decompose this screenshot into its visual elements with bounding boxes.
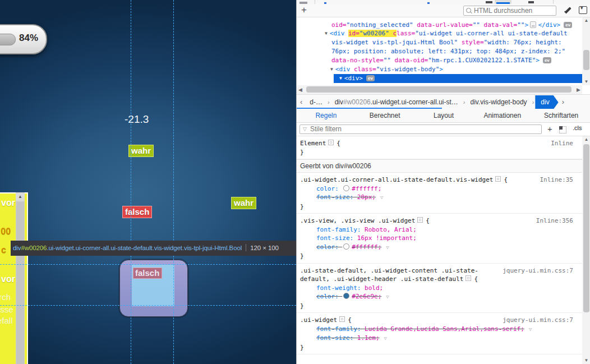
breadcrumb-forward-icon[interactable]: ›: [559, 95, 568, 109]
code-token: data-oid=: [395, 57, 428, 64]
code-token: >: [536, 57, 540, 64]
breadcrumb-item-active[interactable]: div: [535, 95, 558, 109]
filter-funnel-icon: ▽: [303, 126, 307, 132]
scroll-down-icon[interactable]: ▼: [582, 79, 590, 85]
overridden-filter-icon[interactable]: ▽: [386, 293, 389, 302]
search-input[interactable]: HTML durchsuchen: [463, 6, 556, 16]
selected-widget[interactable]: falsch: [119, 260, 188, 317]
code-token: style=: [462, 39, 484, 46]
scroll-down-icon[interactable]: ▼: [582, 357, 590, 364]
code-token: vis-widget vis-tpl-jqui-Html Bool": [331, 39, 458, 46]
css-declaration[interactable]: font-weight: bold;: [300, 284, 582, 293]
color-swatch[interactable]: [343, 243, 349, 250]
css-declaration[interactable]: font-size: 1.1em;▽: [300, 334, 582, 343]
rules-vscroll-thumb[interactable]: [583, 144, 589, 312]
markup-line[interactable]: 76px; position: absolute; left: 431px; t…: [297, 47, 582, 56]
scroll-left-icon[interactable]: ◀: [297, 85, 304, 94]
rules-vertical-scrollbar[interactable]: ▲ ▼: [582, 136, 590, 364]
color-swatch[interactable]: [343, 185, 349, 191]
overridden-filter-icon[interactable]: ▽: [380, 193, 383, 202]
breadcrumb-item[interactable]: d-…: [306, 95, 326, 109]
selector-target-icon[interactable]: [417, 217, 423, 223]
rule-source-link[interactable]: jquery-ui.min.css:7: [503, 316, 573, 325]
overridden-filter-icon[interactable]: ▽: [386, 243, 389, 252]
infobar-id: #w00206: [21, 245, 47, 251]
selector-target-icon[interactable]: [328, 140, 334, 145]
sidebar-scroll-thumb[interactable]: [16, 202, 24, 364]
code-token: data-no-style=: [331, 57, 384, 64]
color-swatch[interactable]: [343, 293, 349, 299]
css-rule[interactable]: Element{Inline}: [297, 136, 582, 159]
code-token: [458, 39, 462, 46]
tab-regeln[interactable]: Regeln: [297, 109, 356, 122]
selector-target-icon[interactable]: [339, 316, 345, 322]
code-token: oid=: [331, 21, 347, 29]
scroll-up-icon[interactable]: ▲: [582, 17, 590, 24]
rule-selector[interactable]: .ui-widget.ui-corner-all.ui-state-defaul…: [300, 176, 582, 185]
breadcrumb-item[interactable]: div.vis-widget-body: [466, 95, 531, 109]
markup-view[interactable]: …="…" …="…" …="…" …="…"oid="nothing_sele…: [297, 17, 582, 85]
rules-view[interactable]: Element{Inline}Geerbt von div#w00206.ui-…: [297, 136, 582, 364]
scroll-up-icon[interactable]: ▲: [582, 136, 590, 143]
add-node-button[interactable]: +: [301, 4, 307, 16]
overridden-filter-icon[interactable]: ▽: [529, 325, 532, 334]
markup-line-selected[interactable]: ▼<div>ev: [334, 74, 582, 83]
code-token: "…": [384, 17, 399, 19]
rule-selector[interactable]: .ui-widget{jquery-ui.min.css:7: [300, 316, 582, 325]
markup-vertical-scrollbar[interactable]: ▲ ▼: [582, 17, 590, 85]
toolbox-icon-sliver-1[interactable]: [486, 1, 492, 3]
scroll-up-icon[interactable]: ▲: [16, 192, 25, 201]
class-toggle-button[interactable]: .cls: [573, 125, 582, 131]
css-declaration[interactable]: color: #ffffff;: [300, 185, 582, 193]
rule-source-link[interactable]: Inline: [551, 139, 573, 148]
tab-schriftarten[interactable]: Schriftarten: [532, 109, 590, 122]
bool-badge-wahr-2[interactable]: wahr: [231, 197, 256, 209]
eyedropper-icon[interactable]: [564, 6, 573, 15]
markup-horizontal-scrollbar[interactable]: ◀ ▶: [297, 85, 582, 94]
breadcrumb-item[interactable]: div#w00206.ui-widget.ui-corner-all.ui-st…: [331, 95, 462, 109]
css-rule[interactable]: .ui-widget{jquery-ui.min.css:7font-famil…: [297, 313, 582, 354]
slider-handle[interactable]: [0, 34, 16, 45]
toolbox-icon-sliver-2[interactable]: [528, 1, 534, 3]
markup-line[interactable]: vis-widget vis-tpl-jqui-Html Bool" style…: [297, 38, 582, 47]
css-declaration[interactable]: font-family: Roboto, Arial;: [300, 225, 582, 234]
css-declaration[interactable]: font-size: 16px !important;: [300, 234, 582, 243]
rule-selector[interactable]: default, .ui-widget-header .ui-state-def…: [300, 275, 582, 284]
rule-source-link[interactable]: Inline:356: [536, 216, 573, 225]
css-rule[interactable]: .ui-widget.ui-corner-all.ui-state-defaul…: [297, 173, 582, 214]
rule-selector[interactable]: Element{Inline: [300, 139, 582, 148]
rule-selector[interactable]: .vis-view, .vis-view .ui-widget{Inline:3…: [300, 216, 582, 225]
browser-viewport: 84% -21.3 wahr falsch wahr falsch ▲ vor …: [0, 0, 296, 364]
css-declaration[interactable]: font-size: 20px;▽: [300, 193, 582, 202]
rule-source-link[interactable]: Inline:35: [540, 176, 573, 185]
css-declaration[interactable]: font-family: Lucida Grande,Lucida Sans,A…: [300, 325, 582, 334]
tab-layout[interactable]: Layout: [414, 109, 473, 122]
breadcrumb-back-icon[interactable]: ‹: [297, 95, 306, 109]
css-rule[interactable]: .ui-state-default, .ui-widget-content .u…: [297, 264, 582, 314]
tab-berechnet[interactable]: Berechnet: [356, 109, 414, 122]
css-rule[interactable]: .vis-view, .vis-view .ui-widget{Inline:3…: [297, 214, 582, 264]
rule-selector[interactable]: .ui-state-default, .ui-widget-content .u…: [300, 266, 582, 275]
markup-line[interactable]: data-no-style="" data-oid="hm-rpc.1.CUX0…: [297, 56, 582, 65]
css-declaration[interactable]: color: #2e6e9e;▽: [300, 292, 582, 302]
selector-target-icon[interactable]: [495, 176, 501, 182]
sidebar-scrollbar[interactable]: ▲: [16, 192, 25, 364]
rule-source-link[interactable]: jquery-ui.min.css:7: [503, 266, 573, 275]
add-rule-button[interactable]: +: [547, 124, 552, 133]
scroll-right-icon[interactable]: ▶: [575, 85, 582, 94]
css-declaration[interactable]: color: #ffffff;▽: [300, 243, 582, 252]
markup-hscroll-thumb[interactable]: [306, 86, 571, 93]
overridden-filter-icon[interactable]: ▽: [384, 334, 387, 343]
markup-line[interactable]: oid="nothing_selected" data-url-value=""…: [297, 20, 582, 29]
bool-badge-falsch[interactable]: falsch: [122, 206, 152, 218]
tab-animationen[interactable]: Animationen: [473, 109, 532, 122]
selector-target-icon[interactable]: [465, 275, 471, 281]
pseudo-class-toggle-icon[interactable]: [559, 126, 566, 133]
markup-vscroll-thumb[interactable]: [583, 50, 589, 70]
style-editor-icon[interactable]: [579, 6, 587, 14]
slider-widget[interactable]: 84%: [0, 24, 47, 54]
markup-line[interactable]: ▼<div class="vis-widget-body">: [297, 65, 582, 74]
style-filter-input[interactable]: ▽ Stile filtern: [299, 125, 542, 134]
bool-badge-wahr-1[interactable]: wahr: [128, 145, 154, 157]
markup-line[interactable]: ▼<div id="w00206" class="ui-widget ui-co…: [297, 29, 582, 38]
